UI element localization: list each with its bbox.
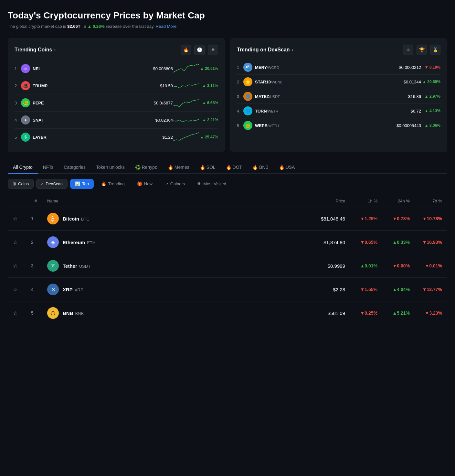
eth-price: $1,874.80 (236, 231, 350, 254)
table-row: ☆ 4 ✕ XRPXRP $2.28 ▼1.55% ▲4.04% ▼12.77% (8, 278, 447, 301)
bnb-favorite[interactable]: ☆ (13, 310, 17, 316)
subtab-trending[interactable]: 🔥 Trending (96, 179, 130, 189)
tab-all-crypto[interactable]: All Crypto (8, 161, 38, 174)
col-7d: 7d % (415, 195, 447, 207)
xrp-coin-cell: ✕ XRPXRP (47, 284, 231, 295)
star-cell: ☆ (8, 207, 23, 231)
trending-dexscan-header: Trending on DexScan › ⚛ 🏆 🥇 (237, 45, 440, 55)
dex-coin-4: 4 🌀 TORN/WETH $6.72 ▲ 4.13% (237, 104, 440, 118)
dex-coin-1: 1 🌊 MERY/WCRO $0.0000212 ▼ 8.19% (237, 60, 440, 75)
tab-bnb[interactable]: 🔥 BNB (247, 161, 274, 174)
market-cap: $2.66T (67, 24, 80, 29)
eth-favorite[interactable]: ☆ (13, 240, 17, 245)
trending-dexscan-title[interactable]: Trending on DexScan › (237, 47, 293, 53)
usdt-1h: ▲0.01% (350, 254, 383, 278)
xrp-name: XRPXRP (63, 287, 83, 292)
btc-name: BitcoinBTC (63, 216, 90, 222)
eye-icon-btn[interactable]: 👁 (208, 45, 218, 55)
read-more-link[interactable]: Read More (156, 24, 176, 29)
star-cell: ☆ (8, 301, 23, 325)
dex-coin-3: 3 🌀 MATEZ/USDT $16.86 ▲ 2.97% (237, 89, 440, 104)
bnb-24h: ▲5.21% (383, 301, 415, 325)
tab-usa[interactable]: 🔥 USA (274, 161, 300, 174)
table-row: ☆ 1 ₿ BitcoinBTC $81,048.46 ▼1.25% ▼0.78… (8, 207, 447, 231)
dex-atom-btn[interactable]: ⚛ (403, 45, 413, 55)
torn-icon: 🌀 (243, 106, 252, 115)
xrp-rank: 4 (23, 278, 42, 301)
dex-coin-2: 2 ⭐ STAR10/WBNB $0.01344 ▲ 20.68% (237, 75, 440, 89)
xrp-favorite[interactable]: ☆ (13, 287, 17, 292)
xrp-7d: ▼12.77% (415, 278, 447, 301)
btc-coin-cell: ₿ BitcoinBTC (47, 213, 231, 224)
trending-coin-4: 4 ● SNAI $0.02364 ▲ 2.21% (15, 112, 218, 129)
eth-1h: ▼0.65% (350, 231, 383, 254)
tab-token-unlocks[interactable]: Token unlocks (91, 161, 130, 174)
subtab-most-visited[interactable]: 👁 Most Visited (192, 179, 231, 189)
new-icon: 🎁 (137, 181, 142, 186)
trending-grid: Trending Coins › 🔥 🕐 👁 1 N NEI (8, 38, 447, 152)
layer-sparkline (173, 131, 199, 143)
matez-icon: 🌀 (243, 92, 252, 101)
crypto-table: # Name Price 1h % 24h % 7d % ☆ 1 ₿ Bitco… (8, 195, 447, 325)
star-cell: ☆ (8, 231, 23, 254)
tab-categories[interactable]: Categories (58, 161, 91, 174)
main-tabs: All Crypto NFTs Categories Token unlocks… (8, 161, 447, 174)
sub-tabs: ⊞ Coins ⟐ DexScan 📊 Top 🔥 Trending 🎁 New… (8, 179, 447, 189)
bnb-7d: ▼3.23% (415, 301, 447, 325)
btc-favorite[interactable]: ☆ (13, 216, 17, 222)
trump-sparkline (173, 80, 199, 92)
tab-rehypo[interactable]: ♻️ Rehypo (130, 161, 163, 174)
trending-coins-header: Trending Coins › 🔥 🕐 👁 (15, 45, 218, 55)
trending-coin-3: 3 🐸 PEPE $0.0₅6877 ▲ 6.68% (15, 94, 218, 112)
usdt-coin-cell: ₮ TetherUSDT (47, 260, 231, 272)
trending-coin-1: 1 N NEI $0.008806 ▲ 20.51% (15, 60, 218, 77)
btc-price: $81,048.46 (236, 207, 350, 231)
subtab-new[interactable]: 🎁 New (132, 179, 157, 189)
tab-dot[interactable]: 🔥 DOT (221, 161, 247, 174)
subtab-coins[interactable]: ⊞ Coins (8, 179, 34, 189)
btc-24h: ▼0.78% (383, 207, 415, 231)
xrp-price: $2.28 (236, 278, 350, 301)
usdt-7d: ▼0.01% (415, 254, 447, 278)
trending-coins-title[interactable]: Trending Coins › (15, 47, 56, 53)
xrp-icon: ✕ (47, 284, 59, 295)
clock-icon-btn[interactable]: 🕐 (194, 45, 205, 55)
subtitle-suffix: increase over the last day. (106, 24, 155, 29)
tab-nfts[interactable]: NFTs (38, 161, 59, 174)
trending-fire-icon: 🔥 (101, 181, 106, 186)
tab-memes[interactable]: 🔥 Memes (163, 161, 195, 174)
trending-coin-2: 2 🎩 TRUMP $10.58 ▲ 3.11% (15, 77, 218, 94)
subtab-top[interactable]: 📊 Top (70, 179, 94, 189)
trump-icon: 🎩 (21, 81, 30, 90)
fire-icon-btn[interactable]: 🔥 (181, 45, 191, 55)
tab-sol[interactable]: 🔥 SOL (195, 161, 221, 174)
btc-icon: ₿ (47, 213, 59, 224)
eth-name: EthereumETH (63, 240, 95, 245)
btc-rank: 1 (23, 207, 42, 231)
col-name: Name (42, 195, 236, 207)
usdt-24h: ▼0.00% (383, 254, 415, 278)
table-row: ☆ 2 ◈ EthereumETH $1,874.80 ▼0.65% ▲0.33… (8, 231, 447, 254)
star-cell: ☆ (8, 254, 23, 278)
bnb-1h: ▼0.25% (350, 301, 383, 325)
trending-coins-panel: Trending Coins › 🔥 🕐 👁 1 N NEI (8, 38, 225, 152)
usdt-rank: 3 (23, 254, 42, 278)
col-24h: 24h % (383, 195, 415, 207)
subtab-dexscan[interactable]: ⟐ DexScan (36, 179, 68, 189)
col-star (8, 195, 23, 207)
col-1h: 1h % (350, 195, 383, 207)
dexscan-icons: ⚛ 🏆 🥇 (403, 45, 440, 55)
col-rank: # (23, 195, 42, 207)
page-title: Today's Cryptocurrency Prices by Market … (8, 10, 447, 21)
svg-text:N: N (25, 67, 27, 70)
trending-dexscan-panel: Trending on DexScan › ⚛ 🏆 🥇 1 🌊 MERY/WCR… (230, 38, 447, 152)
grid-icon: ⊞ (13, 181, 16, 186)
table-row: ☆ 5 ⬡ BNBBNB $581.09 ▼0.25% ▲5.21% ▼3.23… (8, 301, 447, 325)
usdt-favorite[interactable]: ☆ (13, 263, 17, 269)
dex-cup-btn[interactable]: 🥇 (430, 45, 440, 55)
trending-coins-icons: 🔥 🕐 👁 (181, 45, 218, 55)
btc-7d: ▼10.78% (415, 207, 447, 231)
subtab-gainers[interactable]: ↗ Gainers (160, 179, 190, 189)
dex-trophy-btn[interactable]: 🏆 (417, 45, 427, 55)
bar-chart-icon: 📊 (75, 181, 80, 186)
